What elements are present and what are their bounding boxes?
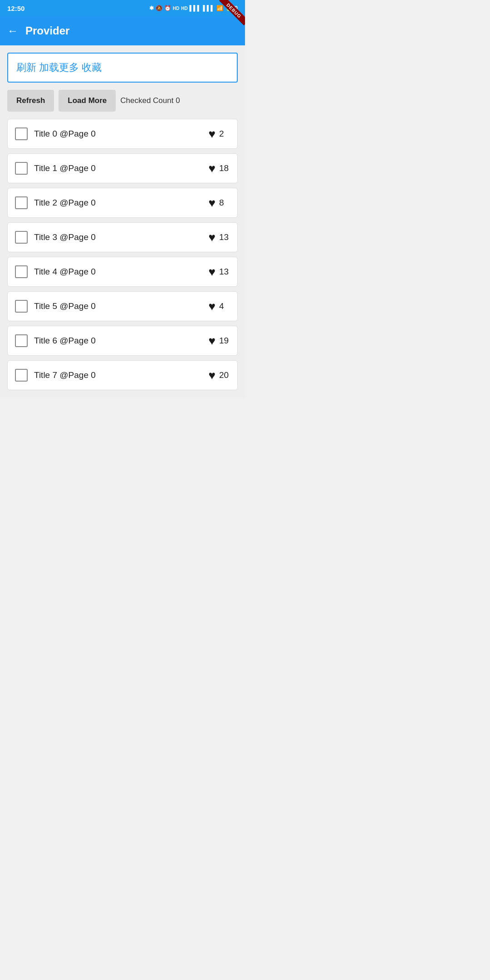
checkbox-item-2[interactable]	[15, 196, 28, 209]
heart-section-3[interactable]: ♥13	[209, 231, 230, 243]
heart-icon-3: ♥	[209, 231, 216, 243]
debug-label: DEBUG	[219, 0, 245, 25]
list-item: Title 3 @Page 0♥13	[7, 222, 238, 252]
heart-icon-1: ♥	[209, 162, 216, 174]
search-box-text: 刷新 加载更多 收藏	[16, 62, 102, 73]
checkbox-item-6[interactable]	[15, 334, 28, 347]
hd-icon-2: HD	[181, 6, 187, 11]
list-item: Title 4 @Page 0♥13	[7, 257, 238, 287]
debug-ribbon: DEBUG	[213, 0, 245, 32]
heart-section-1[interactable]: ♥18	[209, 162, 230, 174]
list-item: Title 1 @Page 0♥18	[7, 153, 238, 183]
heart-icon-4: ♥	[209, 266, 216, 278]
heart-section-5[interactable]: ♥4	[209, 300, 230, 312]
heart-count-5: 4	[219, 301, 230, 311]
item-title-2: Title 2 @Page 0	[34, 198, 202, 208]
item-title-4: Title 4 @Page 0	[34, 267, 202, 277]
search-box: 刷新 加载更多 收藏	[7, 53, 238, 83]
item-list: Title 0 @Page 0♥2Title 1 @Page 0♥18Title…	[7, 119, 238, 390]
item-title-7: Title 7 @Page 0	[34, 370, 202, 380]
heart-count-0: 2	[219, 129, 230, 139]
checkbox-item-4[interactable]	[15, 265, 28, 278]
list-item: Title 0 @Page 0♥2	[7, 119, 238, 149]
refresh-button[interactable]: Refresh	[7, 90, 54, 112]
list-item: Title 5 @Page 0♥4	[7, 291, 238, 321]
item-title-6: Title 6 @Page 0	[34, 336, 202, 346]
signal-icon-2: ▌▌▌	[203, 5, 215, 11]
mute-icon: 🔕	[156, 5, 162, 11]
list-item: Title 7 @Page 0♥20	[7, 360, 238, 390]
back-button[interactable]: ←	[7, 24, 18, 37]
heart-section-4[interactable]: ♥13	[209, 266, 230, 278]
heart-icon-2: ♥	[209, 197, 216, 209]
heart-section-2[interactable]: ♥8	[209, 197, 230, 209]
alarm-icon: ⏰	[164, 5, 171, 11]
app-title: Provider	[25, 24, 69, 37]
status-time: 12:50	[7, 5, 24, 12]
heart-count-6: 19	[219, 336, 230, 346]
checkbox-item-3[interactable]	[15, 231, 28, 244]
heart-count-2: 8	[219, 198, 230, 208]
load-more-button[interactable]: Load More	[59, 90, 116, 112]
checked-count-label: Checked Count 0	[120, 96, 238, 105]
heart-count-1: 18	[219, 163, 230, 173]
heart-count-3: 13	[219, 232, 230, 242]
heart-section-0[interactable]: ♥2	[209, 128, 230, 140]
heart-icon-0: ♥	[209, 128, 216, 140]
checkbox-item-7[interactable]	[15, 369, 28, 382]
heart-count-7: 20	[219, 370, 230, 380]
checkbox-item-0[interactable]	[15, 127, 28, 140]
item-title-5: Title 5 @Page 0	[34, 301, 202, 311]
hd-icon-1: HD	[173, 6, 179, 11]
heart-icon-6: ♥	[209, 335, 216, 347]
checkbox-item-1[interactable]	[15, 162, 28, 175]
action-bar: Refresh Load More Checked Count 0	[7, 90, 238, 112]
item-title-0: Title 0 @Page 0	[34, 129, 202, 139]
item-title-3: Title 3 @Page 0	[34, 232, 202, 242]
app-bar: ← Provider	[0, 16, 245, 45]
checkbox-item-5[interactable]	[15, 300, 28, 313]
list-item: Title 6 @Page 0♥19	[7, 326, 238, 356]
bluetooth-icon: ✱	[149, 5, 154, 11]
signal-icon-1: ▌▌▌	[190, 5, 201, 11]
content-area: 刷新 加载更多 收藏 Refresh Load More Checked Cou…	[0, 45, 245, 397]
list-item: Title 2 @Page 0♥8	[7, 188, 238, 218]
heart-icon-7: ♥	[209, 369, 216, 381]
heart-count-4: 13	[219, 267, 230, 277]
status-bar: 12:50 ✱ 🔕 ⏰ HD HD ▌▌▌ ▌▌▌ 📶 🔋70	[0, 0, 245, 16]
item-title-1: Title 1 @Page 0	[34, 163, 202, 173]
heart-section-6[interactable]: ♥19	[209, 335, 230, 347]
heart-section-7[interactable]: ♥20	[209, 369, 230, 381]
heart-icon-5: ♥	[209, 300, 216, 312]
